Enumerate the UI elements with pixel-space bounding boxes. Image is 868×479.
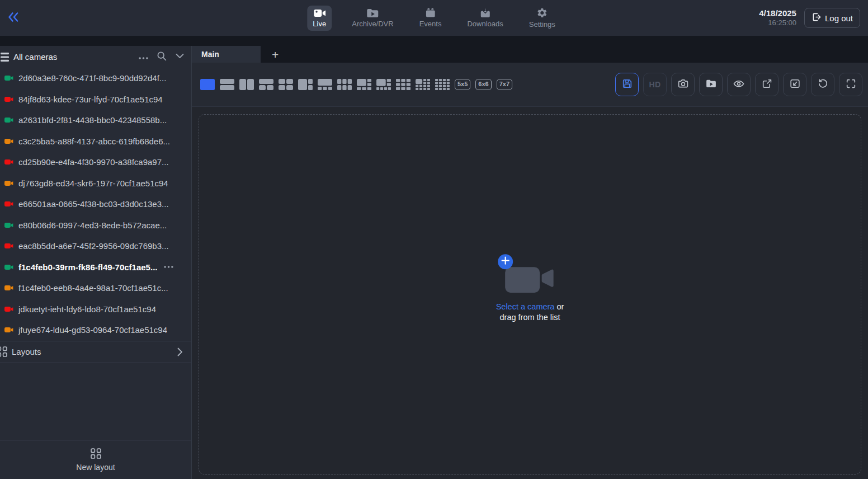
camera-name: c3c25ba5-a88f-4137-abcc-619fb68de6... — [18, 137, 170, 146]
nav-events[interactable]: Events — [414, 5, 447, 31]
snapshot-button[interactable] — [671, 73, 695, 96]
layout-preset-5x5[interactable]: 5x5 — [455, 79, 470, 90]
camera-name: jfuye674-ldu4-gd53-0964-70cf1ae51c94 — [18, 325, 167, 335]
open-archive-button[interactable] — [699, 73, 723, 96]
camera-list-item[interactable]: f1c4feb0-39rm-fk86-fl49-70cf1ae5... — [0, 257, 191, 278]
content-area: Main + 5x56x67x7 — [192, 46, 868, 479]
photo-camera-icon — [677, 78, 689, 91]
camera-list-item[interactable]: a2631bfd-2f81-4438-bbc0-42348558b... — [0, 110, 191, 131]
layout-preset-2x2[interactable] — [279, 79, 293, 90]
hd-quality-button[interactable]: HD — [643, 73, 667, 96]
current-date: 4/18/2025 — [759, 8, 796, 19]
or-text: or — [554, 302, 564, 311]
camera-list-item[interactable]: cd25b90e-e4fa-4f30-9970-a38fca9a97... — [0, 152, 191, 173]
layout-preset-1-plus-7[interactable] — [376, 79, 391, 90]
minimize-to-window-button[interactable] — [783, 73, 806, 96]
layouts-section[interactable]: Layouts — [0, 341, 191, 363]
fullscreen-button[interactable] — [839, 73, 862, 96]
folder-play-icon — [705, 78, 717, 91]
more-dots-icon — [139, 53, 148, 61]
layouts-grid-icon — [0, 346, 7, 357]
camera-list-item[interactable]: jdkuetyt-ieht-ldy6-ldo8-70cf1ae51c94 — [0, 299, 191, 320]
share-icon — [761, 78, 773, 91]
download-box-icon — [479, 8, 491, 18]
camera-status-icon — [4, 306, 13, 312]
sidebar-collapse-button[interactable] — [175, 53, 185, 61]
nav-label: Settings — [529, 20, 555, 29]
nav-settings[interactable]: Settings — [523, 4, 561, 31]
nav-archive-dvr[interactable]: Archive/DVR — [346, 5, 399, 31]
add-camera-badge[interactable] — [498, 254, 513, 269]
layout-preset-6x6[interactable]: 6x6 — [475, 79, 491, 90]
camera-list-item[interactable]: e66501aa-0665-4f38-bc03-d3d0c13e3... — [0, 194, 191, 215]
layout-preset-4x4[interactable] — [435, 79, 450, 90]
gear-icon — [536, 7, 548, 18]
sidebar-spacer — [0, 363, 191, 440]
layout-preset-1x1[interactable] — [200, 79, 215, 90]
layout-preset-3x3[interactable] — [396, 79, 411, 90]
nav-live[interactable]: Live — [307, 6, 332, 31]
refresh-icon — [817, 78, 829, 91]
layout-preset-1-top-3-bottom[interactable] — [318, 79, 332, 90]
view-mode-button[interactable] — [727, 73, 751, 96]
toolbar-actions: HD — [615, 73, 862, 96]
logout-button[interactable]: Log out — [804, 8, 860, 28]
logout-icon — [812, 12, 821, 24]
camera-list-item[interactable]: e80b06d6-0997-4ed3-8ede-b572acae... — [0, 215, 191, 236]
camera-list-item[interactable]: jfuye674-ldu4-gd53-0964-70cf1ae51c94 — [0, 320, 191, 341]
layout-preset-1-top-2-bottom[interactable] — [259, 79, 273, 90]
logout-label: Log out — [825, 13, 853, 23]
layout-preset-1-left-2-right[interactable] — [298, 79, 313, 90]
add-tab-button[interactable]: + — [268, 49, 282, 60]
search-icon — [157, 51, 167, 63]
layout-presets: 5x56x67x7 — [200, 79, 512, 90]
events-icon — [424, 8, 436, 18]
nav-label: Events — [419, 20, 442, 28]
layout-tabs: Main + — [192, 46, 868, 63]
eye-icon — [733, 78, 745, 91]
layout-canvas: Select a camera or drag from the list — [192, 106, 868, 479]
layout-preset-3x2[interactable] — [337, 79, 352, 90]
camera-status-icon — [4, 96, 13, 102]
collapse-sidebar-button[interactable] — [6, 10, 21, 26]
camera-placeholder-icon — [503, 260, 556, 296]
new-layout-grid-icon — [91, 448, 101, 461]
layout-preset-2-rows[interactable] — [220, 79, 234, 90]
sidebar-title: All cameras — [13, 52, 57, 62]
topbar-right: 4/18/2025 16:25:00 Log out — [759, 0, 860, 36]
nav-label: Archive/DVR — [352, 20, 393, 28]
select-camera-link[interactable]: Select a camera — [496, 302, 555, 311]
camera-name: a2631bfd-2f81-4438-bbc0-42348558b... — [18, 115, 167, 125]
empty-state-hint: Select a camera or drag from the list — [496, 302, 564, 323]
camera-list-item[interactable]: f1c4feb0-eeb8-4a4e-98a1-70cf1ae51c... — [0, 278, 191, 299]
camera-status-icon — [4, 201, 13, 207]
camera-status-icon — [4, 264, 13, 270]
tab-main[interactable]: Main — [192, 46, 261, 63]
share-button[interactable] — [755, 73, 779, 96]
layout-preset-1-plus-12[interactable] — [416, 79, 430, 90]
save-layout-button[interactable] — [615, 73, 639, 96]
camera-list-item[interactable]: dj763gd8-ed34-skr6-197r-70cf1ae51c94 — [0, 173, 191, 194]
camera-name: f1c4feb0-39rm-fk86-fl49-70cf1ae5... — [18, 262, 157, 272]
fullscreen-icon — [845, 78, 857, 91]
camera-list-item[interactable]: c3c25ba5-a88f-4137-abcc-619fb68de6... — [0, 131, 191, 152]
camera-status-icon — [4, 159, 13, 165]
camera-list-item[interactable]: 2d60a3e8-760c-471f-8bc9-90dd92d4f... — [0, 68, 191, 89]
camera-menu-button[interactable] — [163, 264, 174, 270]
nav-downloads[interactable]: Downloads — [461, 5, 508, 31]
layout-preset-7x7[interactable]: 7x7 — [497, 79, 512, 90]
layout-preset-1-plus-5[interactable] — [357, 79, 371, 90]
layout-preset-2-cols[interactable] — [239, 79, 254, 90]
camera-status-icon — [4, 138, 13, 144]
sidebar-search-button[interactable] — [157, 51, 167, 63]
reset-layout-button[interactable] — [811, 73, 834, 96]
camera-name: e80b06d6-0997-4ed3-8ede-b572acae... — [18, 220, 167, 230]
camera-name: dj763gd8-ed34-skr6-197r-70cf1ae51c94 — [18, 179, 168, 188]
camera-list-item[interactable]: eac8b5dd-a6e7-45f2-9956-09dc769b3... — [0, 236, 191, 257]
window-arrow-icon — [789, 78, 801, 91]
nav-label: Downloads — [467, 20, 503, 28]
camera-list-item[interactable]: 84jf8d63-kdee-73ur-lfyd-70cf1ae51c94 — [0, 89, 191, 110]
sidebar-more-button[interactable] — [139, 53, 148, 61]
new-layout-button[interactable]: New layout — [0, 440, 191, 479]
top-divider-strip — [0, 36, 868, 46]
